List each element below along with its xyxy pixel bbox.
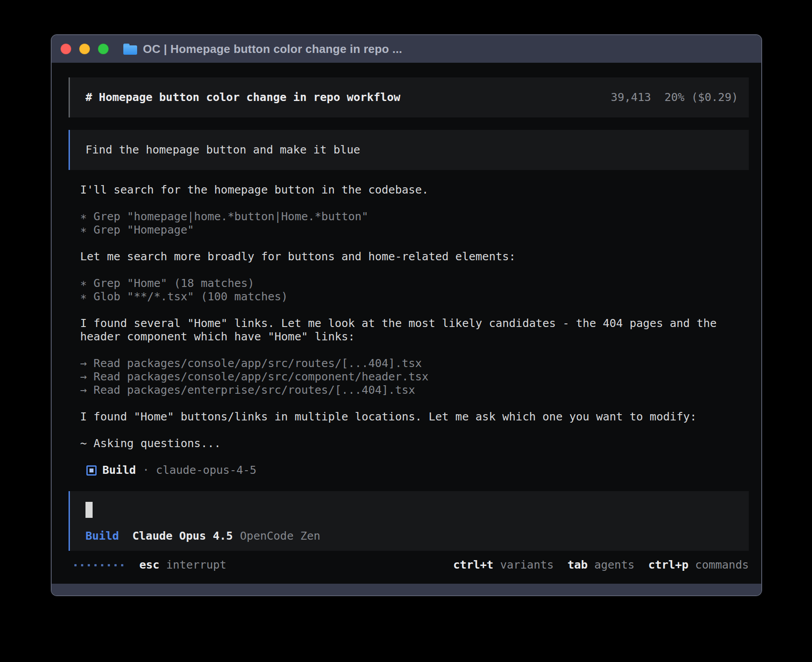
transcript-tool-line: → Read packages/console/app/src/componen… bbox=[80, 370, 749, 383]
session-title: # Homepage button color change in repo w… bbox=[85, 91, 400, 104]
transcript-text-line: I'll search for the homepage button in t… bbox=[80, 183, 749, 197]
transcript-text-line: I found "Home" buttons/links in multiple… bbox=[80, 410, 749, 424]
transcript-tool-line: ∗ Grep "Home" (18 matches) bbox=[80, 277, 749, 290]
agents-key: tab bbox=[568, 558, 588, 572]
user-message: Find the homepage button and make it blu… bbox=[69, 130, 749, 170]
close-button[interactable] bbox=[61, 44, 71, 54]
commands-key: ctrl+p bbox=[648, 558, 688, 572]
spinner-dot bbox=[88, 564, 90, 566]
zoom-button[interactable] bbox=[98, 44, 109, 54]
terminal-content: # Homepage button color change in repo w… bbox=[52, 63, 761, 584]
window-title: OC | Homepage button color change in rep… bbox=[143, 42, 402, 56]
interrupt-label: interrupt bbox=[166, 558, 226, 572]
input-mode[interactable]: Build bbox=[85, 529, 119, 543]
spinner-dots bbox=[74, 564, 123, 566]
spinner-dot bbox=[94, 564, 97, 566]
agent-status-row: Build · claude-opus-4-5 bbox=[86, 464, 749, 477]
text-cursor bbox=[85, 502, 93, 518]
transcript-text-line: I found several "Home" links. Let me loo… bbox=[80, 317, 749, 343]
spinner-dot bbox=[114, 564, 117, 566]
transcript-tool-line: ∗ Grep "Homepage" bbox=[80, 223, 749, 237]
agent-model: claude-opus-4-5 bbox=[156, 464, 256, 477]
transcript-text-line: ~ Asking questions... bbox=[80, 437, 749, 450]
agent-badge-icon bbox=[86, 465, 97, 476]
folder-icon bbox=[123, 44, 137, 55]
spinner-dot bbox=[81, 564, 83, 566]
minimize-button[interactable] bbox=[79, 44, 90, 54]
status-footer: esc interrupt ctrl+t variants tab agents… bbox=[69, 558, 749, 572]
transcript-text-line: Let me search more broadly for buttons a… bbox=[80, 250, 749, 263]
interrupt-key: esc bbox=[139, 558, 159, 572]
agent-separator: · bbox=[142, 464, 149, 477]
context-usage: 20% ($0.29) bbox=[664, 91, 738, 104]
variants-label: variants bbox=[500, 558, 553, 572]
shortcut-commands: ctrl+p commands bbox=[648, 558, 749, 572]
terminal-window: OC | Homepage button color change in rep… bbox=[51, 34, 762, 596]
commands-label: commands bbox=[695, 558, 749, 572]
agents-label: agents bbox=[594, 558, 634, 572]
spinner-dot bbox=[121, 564, 123, 566]
titlebar: OC | Homepage button color change in rep… bbox=[52, 35, 761, 63]
prompt-input[interactable]: Build Claude Opus 4.5 OpenCode Zen bbox=[69, 491, 749, 551]
variants-key: ctrl+t bbox=[453, 558, 493, 572]
user-message-text: Find the homepage button and make it blu… bbox=[85, 143, 360, 156]
shortcut-interrupt: esc interrupt bbox=[139, 558, 227, 572]
session-stats: 39,41320% ($0.29) bbox=[611, 91, 738, 104]
spinner-dot bbox=[74, 564, 77, 566]
traffic-lights bbox=[61, 44, 109, 54]
window-bottom-strip bbox=[52, 584, 761, 595]
shortcut-groups: ctrl+t variants tab agents ctrl+p comman… bbox=[453, 558, 749, 572]
spinner-dot bbox=[108, 564, 110, 566]
session-header: # Homepage button color change in repo w… bbox=[69, 77, 749, 117]
agent-name: Build bbox=[102, 464, 136, 477]
token-count: 39,413 bbox=[611, 91, 651, 104]
input-provider: OpenCode Zen bbox=[240, 529, 321, 543]
spinner-dot bbox=[101, 564, 103, 566]
transcript-tool-line: ∗ Glob "**/*.tsx" (100 matches) bbox=[80, 290, 749, 303]
input-model[interactable]: Claude Opus 4.5 bbox=[132, 529, 233, 543]
transcript-tool-line: ∗ Grep "homepage|home.*button|Home.*butt… bbox=[80, 210, 749, 223]
transcript: I'll search for the homepage button in t… bbox=[80, 183, 749, 450]
transcript-tool-line: → Read packages/console/app/src/routes/[… bbox=[80, 357, 749, 370]
titlebar-title-group: OC | Homepage button color change in rep… bbox=[123, 42, 402, 56]
shortcut-agents: tab agents bbox=[568, 558, 634, 572]
transcript-tool-line: → Read packages/enterprise/src/routes/[.… bbox=[80, 383, 749, 397]
input-status-row: Build Claude Opus 4.5 OpenCode Zen bbox=[85, 529, 738, 543]
shortcut-variants: ctrl+t variants bbox=[453, 558, 554, 572]
